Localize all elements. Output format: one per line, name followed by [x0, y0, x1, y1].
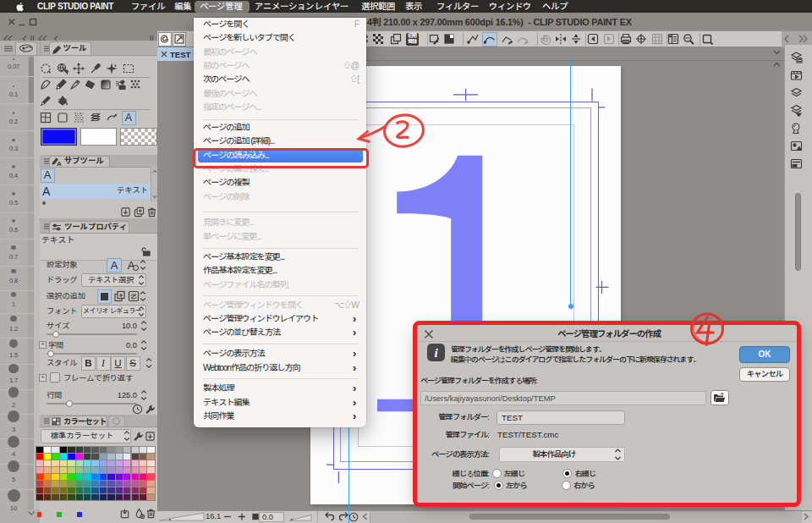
svg-text:A: A	[57, 160, 62, 167]
